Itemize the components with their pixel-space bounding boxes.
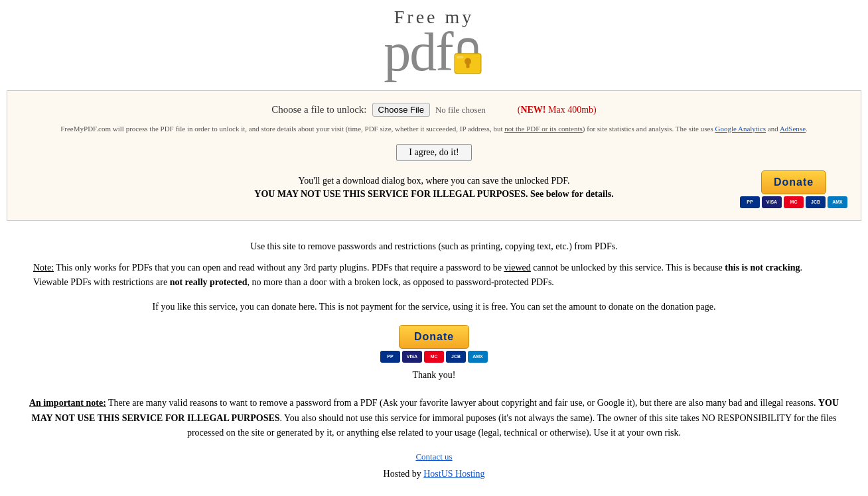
jcb-card-center-icon: JCB <box>446 351 466 363</box>
no-file-text: No file chosen <box>435 105 486 115</box>
jcb-card-icon: JCB <box>806 196 826 208</box>
max-size-text: (NEW! Max 400mb) <box>518 105 597 115</box>
paypal-card-center-icon: PP <box>380 351 400 363</box>
payment-cards-top: PP VISA MC JCB AMX <box>740 196 847 208</box>
adsense-link[interactable]: AdSense <box>780 125 806 133</box>
donation-section: Donate PP VISA MC JCB AMX Thank you! <box>27 325 841 383</box>
lock-icon <box>451 37 484 76</box>
google-analytics-link[interactable]: Google Analytics <box>715 125 766 133</box>
note-paragraph: Note: This only works for PDFs that you … <box>27 261 841 290</box>
donate-paypal-button[interactable]: Donate PP VISA MC JCB AMX <box>740 170 847 208</box>
privacy-note: FreeMyPDF.com will process the PDF file … <box>21 123 847 135</box>
viewed-word: viewed <box>504 263 530 273</box>
mc-card-center-icon: MC <box>424 351 444 363</box>
visa-card-icon: VISA <box>762 196 782 208</box>
logo-area: Free my pdf <box>0 0 868 85</box>
upload-label: Choose a file to unlock: <box>271 104 366 115</box>
contact-us-link[interactable]: Contact us <box>415 452 452 462</box>
amex-card-center-icon: AMX <box>468 351 488 363</box>
download-info: You'll get a download dialog box, where … <box>140 176 728 202</box>
important-label: An important note: <box>29 398 106 408</box>
svg-rect-2 <box>466 62 469 68</box>
mastercard-icon: MC <box>784 196 804 208</box>
donate-label-top: Donate <box>761 170 826 194</box>
footer-links: Contact us <box>27 452 841 462</box>
hosted-by: Hosted by HostUS Hosting <box>27 469 841 479</box>
payment-cards-center: PP VISA MC JCB AMX <box>380 351 488 363</box>
thank-you-text: Thank you! <box>27 368 841 383</box>
note-label: Note: <box>33 263 54 273</box>
upload-box: Choose a file to unlock: Choose File No … <box>7 90 861 221</box>
svg-rect-3 <box>457 56 463 58</box>
donate-text: If you like this service, you can donate… <box>27 300 841 314</box>
new-badge: NEW! <box>520 105 545 115</box>
not-contents-link[interactable]: not the PDF or its contents <box>504 125 583 133</box>
important-note: An important note: There are many valid … <box>27 396 841 440</box>
not-cracking-text: this is not cracking <box>725 263 800 273</box>
not-protected-text: not really protected <box>170 277 248 287</box>
donate-center-button[interactable]: Donate PP VISA MC JCB AMX <box>380 325 488 363</box>
choose-file-button[interactable]: Choose File <box>372 103 430 117</box>
main-content: Use this site to remove passwords and re… <box>0 226 868 493</box>
download-info-text: You'll get a download dialog box, where … <box>140 176 728 186</box>
logo-pdf-text: pdf <box>384 25 452 80</box>
visa-card-center-icon: VISA <box>402 351 422 363</box>
bottom-upload-row: You'll get a download dialog box, where … <box>21 170 847 208</box>
donate-center-label: Donate <box>399 325 469 349</box>
agree-button[interactable]: I agree, do it! <box>396 144 471 161</box>
main-desc: Use this site to remove passwords and re… <box>27 239 841 254</box>
hostus-link[interactable]: HostUS Hosting <box>423 469 484 479</box>
paypal-card-icon: PP <box>740 196 760 208</box>
agree-row: I agree, do it! <box>21 144 847 161</box>
warning-text: YOU MAY NOT USE THIS SERVICE FOR ILLEGAL… <box>140 189 728 200</box>
amex-card-icon: AMX <box>828 196 847 208</box>
logo-pdf-container: pdf <box>384 25 484 80</box>
upload-row: Choose a file to unlock: Choose File No … <box>21 103 847 117</box>
